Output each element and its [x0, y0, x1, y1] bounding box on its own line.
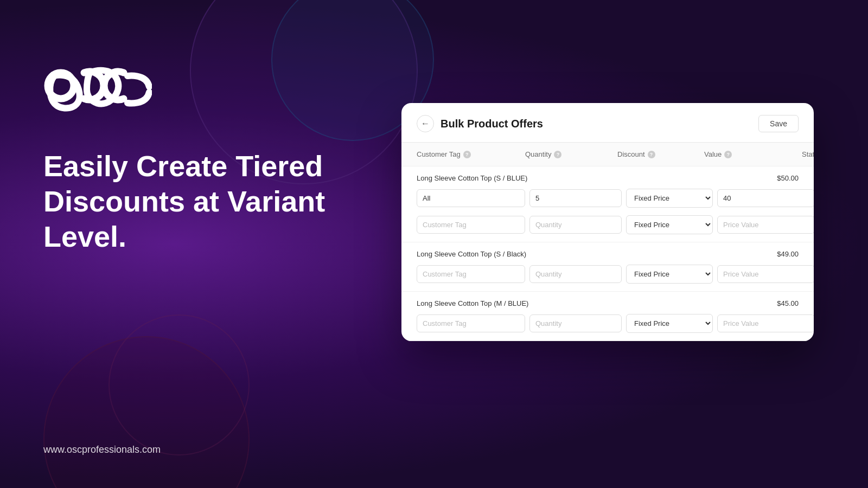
discount-select-1-2[interactable]: Fixed Price Percentage [626, 215, 713, 234]
product-name-2: Long Sleeve Cotton Top (S / Black) [417, 250, 526, 258]
left-content: Easily Create Tiered Discounts at Varian… [43, 65, 347, 275]
product-section-3: Long Sleeve Cotton Top (M / BLUE) $45.00… [401, 292, 814, 341]
col-customer-tag: Customer Tag ? [417, 150, 525, 158]
col-quantity: Quantity ? [525, 150, 617, 158]
product-name-3: Long Sleeve Cotton Top (M / BLUE) [417, 299, 528, 307]
svg-point-1 [48, 73, 74, 99]
customer-tag-input-1-2[interactable] [417, 216, 525, 234]
value-input-1-1[interactable] [717, 189, 814, 207]
discount-select-1-1[interactable]: Fixed Price Percentage [626, 189, 713, 208]
value-help-icon: ? [724, 151, 732, 158]
product-price-3: $45.00 [777, 299, 799, 307]
product-section-2: Long Sleeve Cotton Top (S / Black) $49.0… [401, 242, 814, 292]
product-name-1: Long Sleeve Cotton Top (S / BLUE) [417, 174, 527, 182]
value-input-3-1[interactable] [717, 314, 814, 332]
quantity-input-3-1[interactable] [529, 314, 622, 332]
product-2-row-1: Fixed Price Percentage Add [417, 265, 799, 284]
panel-header: ← Bulk Product Offers Save [401, 103, 814, 143]
main-panel: ← Bulk Product Offers Save Customer Tag … [401, 103, 814, 341]
discount-select-3-1[interactable]: Fixed Price Percentage [626, 314, 713, 333]
product-price-2: $49.00 [777, 250, 799, 258]
customer-tag-input-1-1[interactable] [417, 189, 525, 207]
logo-mark [43, 65, 152, 108]
table-header: Customer Tag ? Quantity ? Discount ? Val… [401, 143, 814, 166]
quantity-input-1-2[interactable] [529, 216, 622, 234]
discount-help-icon: ? [648, 151, 655, 158]
product-3-row-1: Fixed Price Percentage Add [417, 314, 799, 333]
product-row-header-3: Long Sleeve Cotton Top (M / BLUE) $45.00 [417, 299, 799, 307]
value-input-2-1[interactable] [717, 265, 814, 283]
quantity-input-1-1[interactable] [529, 189, 622, 207]
save-button[interactable]: Save [758, 115, 799, 132]
customer-tag-input-2-1[interactable] [417, 265, 525, 283]
hero-headline: Easily Create Tiered Discounts at Varian… [43, 149, 347, 254]
panel-wrapper: ← Bulk Product Offers Save Customer Tag … [401, 103, 814, 341]
quantity-input-2-1[interactable] [529, 265, 622, 283]
customer-tag-help-icon: ? [463, 151, 471, 158]
product-section-1: Long Sleeve Cotton Top (S / BLUE) $50.00… [401, 166, 814, 242]
panel-body: Long Sleeve Cotton Top (S / BLUE) $50.00… [401, 166, 814, 341]
quantity-help-icon: ? [554, 151, 561, 158]
product-row-header-2: Long Sleeve Cotton Top (S / Black) $49.0… [417, 250, 799, 258]
customer-tag-input-3-1[interactable] [417, 314, 525, 332]
back-button[interactable]: ← [417, 115, 434, 132]
discount-select-2-1[interactable]: Fixed Price Percentage [626, 265, 713, 284]
col-value: Value ? [704, 150, 802, 158]
logo-container [43, 65, 347, 116]
product-row-header-1: Long Sleeve Cotton Top (S / BLUE) $50.00 [417, 174, 799, 182]
panel-header-left: ← Bulk Product Offers [417, 115, 543, 132]
col-discount: Discount ? [617, 150, 704, 158]
col-status: Status [802, 150, 814, 158]
product-price-1: $50.00 [777, 174, 799, 182]
value-input-1-2[interactable] [717, 216, 814, 234]
panel-title: Bulk Product Offers [441, 118, 543, 130]
product-1-row-1: Fixed Price Percentage Disable [417, 189, 799, 208]
website-url: www.oscprofessionals.com [43, 444, 161, 455]
product-1-row-2: Fixed Price Percentage Add [417, 215, 799, 234]
